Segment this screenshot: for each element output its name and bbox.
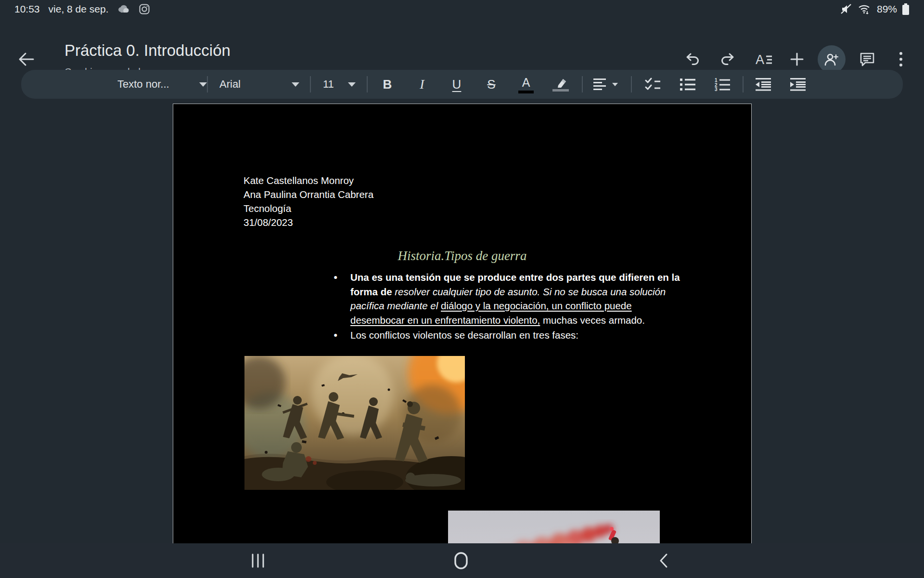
indent-decrease-button[interactable]	[746, 70, 781, 99]
svg-text:A: A	[756, 53, 764, 66]
svg-text:3: 3	[715, 87, 718, 92]
instagram-icon	[139, 4, 150, 14]
home-icon	[454, 552, 468, 569]
document-title[interactable]: Práctica 0. Introducción	[64, 41, 231, 60]
author-line[interactable]: 31/08/2023	[244, 215, 373, 229]
underline-icon: U	[452, 78, 462, 91]
formatting-toolbar: Texto nor... Arial 11 B I U S A	[21, 70, 903, 99]
author-line[interactable]: Kate Castellanos Monroy	[244, 173, 373, 187]
document-heading[interactable]: Historia.Tipos de guerra	[173, 249, 751, 263]
bullet-marker: ●	[334, 270, 350, 327]
highlight-button[interactable]	[543, 70, 578, 99]
battery-icon	[902, 3, 910, 15]
font-dropdown[interactable]: Arial	[219, 70, 299, 99]
cloud-weather-icon	[117, 4, 130, 14]
google-docs-app: 10:53 vie, 8 de sep. 89% Pr	[0, 0, 924, 578]
italic-button[interactable]: I	[405, 70, 439, 99]
font-format-icon: A	[756, 53, 773, 66]
battle-scene-image[interactable]	[244, 356, 465, 490]
font-size-value: 11	[323, 78, 334, 91]
font-value: Arial	[219, 78, 241, 91]
bullet-list[interactable]: ● Una es una tensión que se produce entr…	[334, 270, 690, 342]
date-text: vie, 8 de sep.	[49, 3, 109, 15]
document-page[interactable]: Kate Castellanos Monroy Ana Paulina Orra…	[173, 104, 752, 543]
indent-decrease-icon	[755, 78, 771, 91]
share-button[interactable]	[818, 45, 846, 73]
paragraph-style-dropdown[interactable]: Texto nor...	[117, 70, 207, 99]
checklist-button[interactable]	[636, 70, 670, 99]
undo-icon	[685, 53, 700, 66]
list-item[interactable]: ● Los conflictos violentos se desarrolla…	[334, 328, 690, 342]
bulleted-list-button[interactable]	[670, 70, 705, 99]
bulleted-list-icon	[680, 78, 696, 91]
recents-button[interactable]	[235, 549, 281, 572]
italic-icon: I	[420, 78, 424, 91]
strikethrough-button[interactable]: S	[474, 70, 509, 99]
home-button[interactable]	[438, 549, 484, 572]
author-line[interactable]: Tecnología	[244, 201, 373, 215]
underline-button[interactable]: U	[439, 70, 474, 99]
plus-icon	[790, 53, 804, 66]
indent-increase-button[interactable]	[781, 70, 815, 99]
wifi-icon	[858, 3, 872, 15]
bold-button[interactable]: B	[370, 70, 405, 99]
chevron-down-icon	[612, 83, 618, 86]
checklist-icon	[645, 78, 661, 91]
text-color-icon: A	[518, 76, 534, 93]
status-bar: 10:53 vie, 8 de sep. 89%	[0, 0, 924, 18]
red-smoke-flare-image[interactable]	[448, 511, 660, 543]
redo-icon	[720, 53, 735, 66]
font-size-dropdown[interactable]: 11	[323, 70, 356, 99]
comments-button[interactable]	[856, 48, 879, 71]
back-chevron-icon	[659, 553, 668, 568]
align-dropdown-button[interactable]	[583, 70, 628, 99]
chevron-down-icon	[199, 82, 207, 87]
toolbar-divider	[743, 76, 744, 92]
toolbar-divider	[310, 76, 311, 92]
back-arrow-icon	[18, 52, 34, 66]
strikethrough-icon: S	[487, 78, 495, 91]
android-nav-bar	[0, 543, 924, 578]
back-nav-button[interactable]	[641, 549, 687, 572]
bullet-marker: ●	[334, 328, 350, 342]
font-format-button[interactable]: A	[753, 48, 776, 71]
toolbar-divider	[207, 76, 208, 92]
app-header: Práctica 0. Introducción Cambios guardad…	[0, 18, 924, 67]
overflow-menu-button[interactable]	[889, 48, 912, 71]
align-left-icon	[593, 78, 609, 91]
toolbar-divider	[631, 76, 632, 92]
bullet-text[interactable]: Una es una tensión que se produce entre …	[350, 270, 684, 327]
undo-button[interactable]	[681, 48, 704, 71]
author-block[interactable]: Kate Castellanos Monroy Ana Paulina Orra…	[244, 173, 373, 229]
back-button[interactable]	[14, 48, 38, 71]
person-add-icon	[823, 52, 840, 66]
numbered-list-button[interactable]: 123	[705, 70, 740, 99]
highlighter-icon	[552, 78, 569, 92]
clock-text: 10:53	[14, 3, 40, 15]
chevron-down-icon	[292, 82, 299, 87]
battery-percent-text: 89%	[877, 3, 897, 15]
indent-increase-icon	[790, 78, 806, 91]
author-line[interactable]: Ana Paulina Orrantia Cabrera	[244, 187, 373, 201]
insert-button[interactable]	[785, 48, 808, 71]
bullet-text[interactable]: Los conflictos violentos se desarrollan …	[350, 328, 684, 342]
volume-muted-icon	[840, 3, 853, 15]
redo-button[interactable]	[716, 48, 739, 71]
bold-icon: B	[383, 78, 392, 91]
kebab-menu-icon	[899, 52, 902, 66]
chevron-down-icon	[348, 82, 356, 87]
toolbar-divider	[367, 76, 368, 92]
recents-icon	[251, 553, 265, 568]
numbered-list-icon: 123	[714, 77, 731, 92]
text-color-button[interactable]: A	[509, 70, 543, 99]
comment-icon	[860, 52, 875, 66]
list-item[interactable]: ● Una es una tensión que se produce entr…	[334, 270, 690, 327]
paragraph-style-value: Texto nor...	[117, 78, 169, 91]
